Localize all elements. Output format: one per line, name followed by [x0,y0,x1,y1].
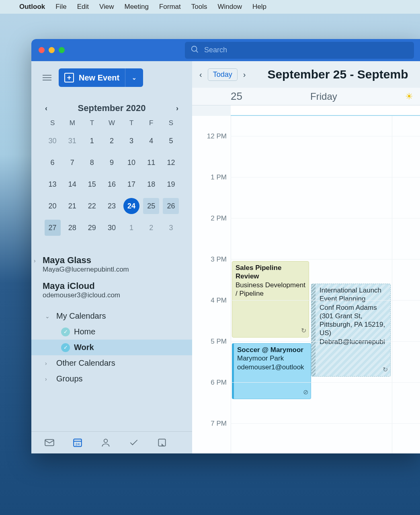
menu-help[interactable]: Help [252,3,266,11]
account-item[interactable]: Maya iCloud odemouser3@icloud.com [43,281,181,299]
mini-cal-dow: T [82,119,102,127]
grid-line [231,218,420,218]
mini-cal-dow: T [122,119,141,127]
today-button[interactable]: Today [208,68,238,81]
menu-view[interactable]: View [99,3,114,11]
event-organizer: DebraB@lucernepubi [320,338,387,346]
mini-cal-day[interactable]: 21 [64,198,80,214]
menu-file[interactable]: File [55,3,66,11]
mini-cal-day[interactable]: 16 [104,176,120,192]
mini-cal-day[interactable]: 12 [163,154,179,171]
mini-cal-day[interactable]: 22 [84,198,100,214]
menu-format[interactable]: Format [159,3,181,11]
calendar-icon[interactable]: 24 [72,437,84,448]
grid-line [231,423,420,424]
menu-tools[interactable]: Tools [191,3,207,11]
chevron-right-icon[interactable]: › [34,258,36,264]
menu-app[interactable]: Outlook [19,3,45,11]
maximize-window-button[interactable] [59,47,65,53]
allday-row[interactable] [231,105,420,116]
mini-cal-day[interactable]: 31 [64,133,80,149]
menu-meeting[interactable]: Meeting [124,3,148,11]
section-groups[interactable]: › Groups [45,371,192,387]
mini-cal-day[interactable]: 17 [123,176,139,192]
mini-cal-day[interactable]: 7 [64,154,80,171]
mini-cal-day[interactable]: 23 [104,198,120,214]
mini-cal-next[interactable]: › [176,104,178,113]
mini-cal-day[interactable]: 5 [163,133,179,149]
svg-text:24: 24 [76,442,80,446]
mini-cal-day[interactable]: 1 [123,220,139,236]
mini-cal-day[interactable]: 3 [163,220,179,236]
recurring-icon: ↻ [301,327,306,335]
notes-icon[interactable] [156,437,168,448]
mini-cal-day[interactable]: 27 [45,220,61,236]
search-input[interactable] [204,46,408,54]
date-range-title: September 25 - Septemb [267,68,408,81]
close-window-button[interactable] [39,47,45,53]
mini-cal-day[interactable]: 29 [84,220,100,236]
hour-label: 2 PM [192,214,227,222]
grid-line [231,341,420,342]
mini-cal-day[interactable]: 13 [45,176,61,192]
mini-cal-day[interactable]: 3 [123,133,139,149]
mini-cal-day[interactable]: 11 [143,154,159,171]
calendar-home[interactable]: ✓ Home [45,324,192,340]
section-my-calendars[interactable]: ⌄ My Calendars [45,308,192,324]
checkbox-checked-icon[interactable]: ✓ [61,328,70,336]
time-grid[interactable]: 12 PM1 PM2 PM3 PM4 PM5 PM6 PM7 PM Sales … [192,116,420,453]
next-period[interactable]: › [243,70,246,79]
hour-label: 12 PM [192,132,227,140]
mini-cal-dow: S [161,119,181,127]
mini-cal-day[interactable]: 18 [143,176,159,192]
mini-cal-day[interactable]: 28 [64,220,80,236]
svg-line-1 [196,50,198,52]
mini-cal-title: September 2020 [78,103,146,113]
mini-cal-day[interactable]: 2 [104,133,120,149]
section-other-calendars[interactable]: › Other Calendars [45,355,192,371]
account-item[interactable]: › Maya Glass MayaG@lucernepubintl.com [43,255,181,274]
event-international-launch[interactable]: International Launch Event Planning Conf… [311,284,391,377]
menu-edit[interactable]: Edit [77,3,89,11]
event-subtitle: Business Development / Pipeline [236,281,305,298]
grid-line [231,259,420,260]
mini-cal-day[interactable]: 26 [163,198,179,214]
mini-cal-day[interactable]: 20 [45,198,61,214]
mini-cal-day[interactable]: 25 [143,198,159,214]
section-label: Groups [56,374,83,383]
search-box[interactable] [185,42,414,59]
mini-cal-day[interactable]: 30 [45,133,61,149]
prev-period[interactable]: ‹ [199,70,202,79]
grid-line [231,136,420,136]
calendar-work[interactable]: ✓ Work [31,340,195,355]
hamburger-icon[interactable] [43,75,51,80]
sidebar: + New Event ⌄ ‹ September 2020 › SMTWTFS… [31,61,192,453]
menu-window[interactable]: Window [217,3,242,11]
calendar-toolbar: ‹ Today › September 25 - Septemb [192,61,420,88]
mini-cal-day[interactable]: 14 [64,176,80,192]
people-icon[interactable] [100,437,112,448]
mini-cal-prev[interactable]: ‹ [45,104,47,113]
chevron-right-icon: › [45,360,52,367]
mini-cal-day[interactable]: 4 [143,133,159,149]
event-sales-pipeline[interactable]: Sales Pipeline Review Business Developme… [232,261,309,338]
new-event-button[interactable]: + New Event ⌄ [59,68,143,87]
mini-cal-day[interactable]: 30 [104,220,120,236]
mini-cal-day[interactable]: 10 [123,154,139,171]
calendar-view: ‹ Today › September 25 - Septemb 25 Frid… [192,61,420,453]
mini-cal-day[interactable]: 8 [84,154,100,171]
mini-cal-day[interactable]: 6 [45,154,61,171]
minimize-window-button[interactable] [49,47,55,53]
tasks-icon[interactable] [128,437,140,448]
new-event-dropdown[interactable]: ⌄ [125,68,143,87]
mini-cal-day[interactable]: 15 [84,176,100,192]
checkbox-checked-icon[interactable]: ✓ [61,343,70,352]
mini-cal-day[interactable]: 19 [163,176,179,192]
mini-cal-day[interactable]: 9 [104,154,120,171]
grid-line [231,300,420,301]
mail-icon[interactable] [43,437,55,448]
mini-cal-day[interactable]: 1 [84,133,100,149]
event-soccer[interactable]: Soccer @ Marymoor Marymoor Park odemouse… [232,343,311,399]
mini-cal-day[interactable]: 2 [143,220,159,236]
mini-cal-day[interactable]: 24 [123,198,139,214]
